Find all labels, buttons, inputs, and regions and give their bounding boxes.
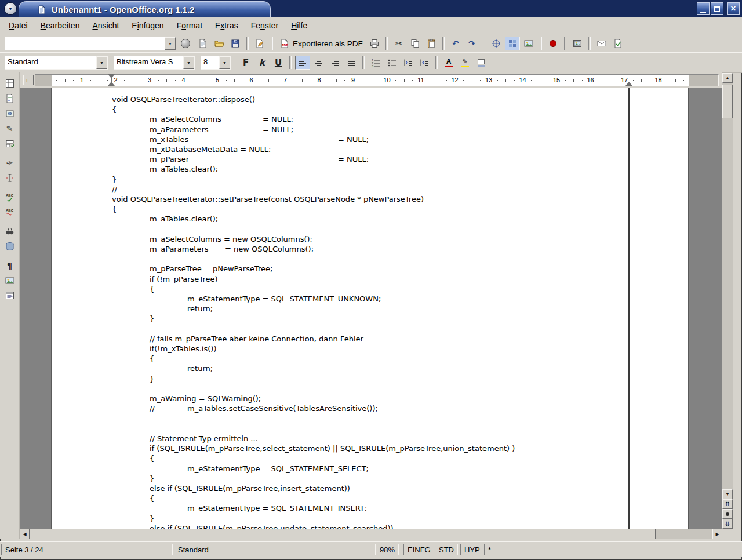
insert-graphics-button[interactable] (570, 37, 585, 50)
font-color-button[interactable]: A (441, 56, 456, 70)
check-document-button[interactable] (610, 37, 625, 50)
menu-datei[interactable]: Datei (2, 19, 34, 32)
horizontal-scrollbar[interactable]: ◀ ▶ (20, 529, 722, 539)
print-button[interactable] (367, 37, 382, 50)
menu-bearbeiten[interactable]: Bearbeiten (34, 19, 86, 32)
font-size-dropdown-button[interactable]: ▼ (219, 56, 230, 69)
italic-button[interactable]: k (254, 56, 270, 70)
ruler-indent-marker-right[interactable] (625, 74, 633, 86)
navigation-button[interactable] (722, 509, 733, 519)
redo-button[interactable]: ↷ (464, 37, 479, 50)
minimize-icon (700, 12, 706, 13)
record-macro-button[interactable] (545, 37, 561, 50)
ruler-tick-label: 18 (654, 77, 661, 83)
paste-button[interactable] (424, 37, 439, 50)
font-dropdown-button[interactable]: ▼ (183, 56, 194, 69)
font-name-value[interactable]: Bitstream Vera S (114, 56, 183, 69)
horizontal-scroll-track[interactable] (656, 529, 712, 539)
previous-page-button[interactable]: ⇈ (722, 499, 733, 509)
draw-functions-button[interactable]: ✎ (2, 122, 17, 136)
highlighting-button[interactable]: ✎ (457, 56, 472, 70)
status-selection-mode[interactable]: STD (435, 544, 458, 555)
scroll-up-button[interactable]: ▲ (722, 73, 733, 83)
nonprinting-characters-button[interactable]: ¶ (2, 259, 17, 272)
export-pdf-button[interactable]: PDFExportieren als PDF (277, 37, 366, 50)
insert-button[interactable] (2, 77, 17, 90)
style-dropdown-button[interactable]: ▼ (96, 56, 107, 69)
open-button[interactable] (212, 37, 227, 50)
edit-file-button[interactable] (252, 37, 267, 50)
direct-cursor-button[interactable] (2, 171, 17, 185)
navigator-button[interactable] (489, 37, 504, 50)
underline-button[interactable]: U (271, 56, 286, 70)
ruler[interactable]: 123456789101112131415161718 (35, 74, 719, 86)
status-insert-mode-label: EINFG (408, 546, 431, 554)
maximize-button[interactable] (711, 2, 723, 15)
ruler-indent-marker-left[interactable] (108, 74, 115, 86)
url-input[interactable] (5, 37, 165, 50)
align-right-button[interactable] (328, 56, 343, 70)
form-functions-button[interactable] (2, 137, 17, 151)
next-page-button[interactable]: ⇊ (722, 519, 733, 529)
font-size-value[interactable]: 8 (201, 56, 219, 69)
stylist-button[interactable] (505, 37, 520, 50)
close-button[interactable]: × (727, 2, 740, 15)
cut-button[interactable]: ✂ (391, 37, 406, 50)
insert-fields-button[interactable] (2, 92, 17, 106)
gallery-button[interactable] (521, 37, 536, 50)
svg-text:PDF: PDF (282, 43, 288, 47)
insert-object-button[interactable] (2, 107, 17, 121)
numbering-button[interactable]: 123 (368, 56, 383, 70)
new-document-button[interactable] (195, 37, 210, 50)
menu-ansicht[interactable]: Ansicht (86, 19, 125, 32)
status-style[interactable]: Standard (174, 544, 376, 555)
status-zoom[interactable]: 98% (377, 544, 399, 555)
status-page[interactable]: Seite 3 / 24 (1, 544, 173, 555)
online-layout-button[interactable] (2, 289, 17, 303)
tab-stop-type-button[interactable]: ∟ (23, 75, 34, 85)
undo-button[interactable]: ↶ (448, 37, 463, 50)
stop-loading-button[interactable] (181, 39, 190, 48)
vertical-scrollbar[interactable]: ▲ ▼ ⇈ ⇊ (722, 73, 733, 529)
window-menu-button[interactable]: ▼ (4, 2, 17, 15)
document-text[interactable]: void OSQLParseTreeIterator::dispose() { … (112, 94, 515, 529)
scroll-down-button[interactable]: ▼ (722, 489, 733, 499)
minimize-button[interactable] (697, 2, 710, 15)
menu-format[interactable]: Format (170, 19, 209, 32)
menu-hilfe[interactable]: Hilfe (285, 19, 314, 32)
auto-spellcheck-button[interactable]: ABC (2, 205, 17, 219)
status-insert-mode[interactable]: EINFG (403, 544, 432, 555)
ruler-row: ∟ 123456789101112131415161718 (20, 72, 722, 88)
autotext-button[interactable]: ✑ (2, 156, 17, 170)
save-button[interactable] (228, 37, 243, 50)
bullets-button[interactable] (384, 56, 399, 70)
new-document-icon (198, 38, 208, 49)
insert-graphics-icon (572, 38, 583, 49)
increase-indent-button[interactable] (417, 56, 432, 70)
paragraph-style-value[interactable]: Standard (5, 56, 96, 69)
align-left-button[interactable] (295, 56, 310, 70)
copy-button[interactable] (408, 37, 423, 50)
align-justify-button[interactable] (344, 56, 359, 70)
ruler-tick (430, 80, 430, 81)
menu-extras[interactable]: Extras (209, 19, 245, 32)
menu-fenster[interactable]: Fenster (245, 19, 285, 32)
spellcheck-button[interactable]: ABC (2, 190, 17, 204)
mail-document-button[interactable] (594, 37, 609, 50)
underline-icon: U (273, 57, 283, 68)
vertical-scroll-thumb[interactable] (722, 85, 733, 118)
menu-einfgen[interactable]: Einfügen (125, 19, 170, 32)
graphics-onoff-button[interactable] (2, 274, 17, 288)
scroll-left-button[interactable]: ◀ (20, 529, 30, 539)
paragraph-background-button[interactable] (474, 56, 489, 70)
data-sources-button[interactable] (2, 239, 17, 253)
status-hyperlink-mode[interactable]: HYP (460, 544, 482, 555)
scroll-right-button[interactable]: ▶ (712, 529, 722, 539)
copy-icon (410, 38, 420, 49)
horizontal-scroll-thumb[interactable] (30, 529, 656, 539)
find-replace-button[interactable] (2, 224, 17, 238)
bold-button[interactable]: F (238, 56, 253, 70)
url-dropdown-button[interactable]: ▼ (165, 37, 176, 50)
decrease-indent-button[interactable] (401, 56, 416, 70)
align-center-button[interactable] (311, 56, 326, 70)
